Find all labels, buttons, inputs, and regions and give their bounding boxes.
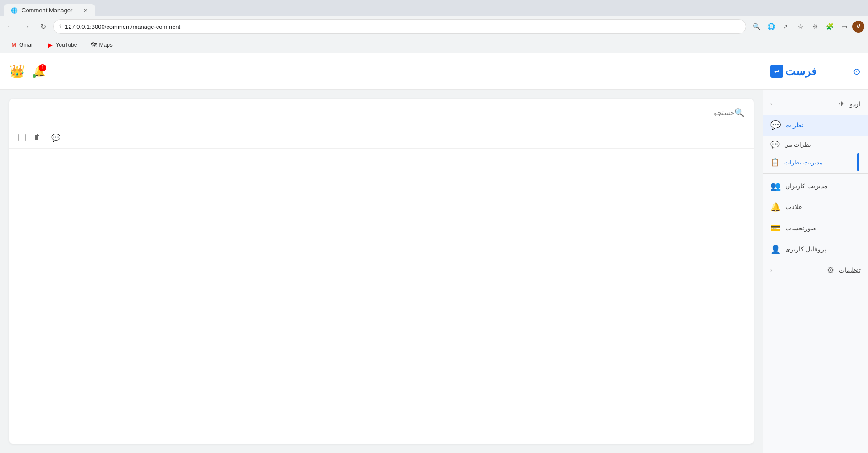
logo-icon: ↩ xyxy=(770,65,783,78)
bookmark-gmail[interactable]: M Gmail xyxy=(7,39,36,50)
tab-close-button[interactable]: ✕ xyxy=(83,7,88,14)
back-button[interactable]: ← xyxy=(4,20,16,33)
table-header: 💬 🗑 xyxy=(9,126,754,149)
bookmark-youtube-label: YouTube xyxy=(55,42,77,48)
sub-manage-comments-label: مدیریت نظرات xyxy=(784,159,823,166)
bookmarks-bar: M Gmail ▶ YouTube 🗺 Maps xyxy=(0,37,868,53)
bookmark-youtube[interactable]: ▶ YouTube xyxy=(43,39,80,50)
sidebar-header: ⊙ فرست ↩ xyxy=(763,53,868,90)
sub-nav-manage-wrapper: مدیریت نظرات 📋 xyxy=(763,153,859,171)
nav-comments-label: نظرات xyxy=(785,121,803,129)
nav-item-language[interactable]: اردو ✈ ‹ xyxy=(763,93,868,115)
gmail-favicon: M xyxy=(10,41,17,49)
invoice-icon: 💳 xyxy=(770,223,781,233)
search-input[interactable] xyxy=(18,109,734,116)
sidebar-logo: فرست ↩ xyxy=(770,65,816,78)
target-icon[interactable]: ⊙ xyxy=(853,66,861,77)
bookmark-maps-label: Maps xyxy=(99,42,113,48)
logo-text: فرست xyxy=(785,65,816,78)
bell-nav-icon: 🔔 xyxy=(770,202,781,212)
crown-icon: 👑 xyxy=(9,64,25,79)
bookmark-gmail-label: Gmail xyxy=(19,42,33,48)
active-tab[interactable]: 🌐 Comment Manager ✕ xyxy=(4,4,95,16)
sidebar-nav: اردو ✈ ‹ نظرات 💬 نظرات من 💬 xyxy=(763,90,868,284)
main-layout: 👑 🔔 1 🔍 💬 🗑 xyxy=(0,53,868,453)
main-panel: 🔍 💬 🗑 xyxy=(0,90,763,453)
tab-favicon: 🌐 xyxy=(11,7,18,14)
browser-toolbar: ← → ↻ ℹ 127.0.0.1:3000/comment/manage-co… xyxy=(0,16,868,37)
notification-button[interactable]: 🔔 1 xyxy=(31,63,47,80)
search-button[interactable]: 🔍 xyxy=(750,20,763,33)
refresh-button[interactable]: ↻ xyxy=(37,20,49,33)
sub-manage-icon: 📋 xyxy=(770,158,780,167)
sub-nav-my-comments[interactable]: نظرات من 💬 xyxy=(763,136,859,153)
extensions-button[interactable]: 🧩 xyxy=(823,20,836,33)
bookmark-maps[interactable]: 🗺 Maps xyxy=(87,39,115,50)
active-bar xyxy=(857,153,859,171)
nav-profile-label: پروفایل کاربری xyxy=(785,246,826,253)
split-button[interactable]: ▭ xyxy=(838,20,851,33)
youtube-favicon: ▶ xyxy=(46,41,54,49)
nav-language-arrow: ‹ xyxy=(770,101,772,107)
nav-item-announcements[interactable]: اعلانات 🔔 xyxy=(763,196,868,218)
delete-button[interactable]: 🗑 xyxy=(31,131,44,144)
nav-item-users[interactable]: مدیریت کاربران 👥 xyxy=(763,175,868,196)
forward-button[interactable]: → xyxy=(20,20,33,33)
bookmark-button[interactable]: ☆ xyxy=(794,20,807,33)
settings-arrow: ‹ xyxy=(770,267,772,273)
sidebar-divider-1 xyxy=(763,173,868,174)
tab-title: Comment Manager xyxy=(22,7,72,14)
sub-nav-manage-comments[interactable]: مدیریت نظرات 📋 xyxy=(763,153,859,171)
content-card: 🔍 💬 🗑 xyxy=(9,99,754,444)
plane-icon: ✈ xyxy=(838,99,845,109)
sub-nav: نظرات من 💬 مدیریت نظرات 📋 xyxy=(763,136,868,171)
nav-item-settings[interactable]: تنظیمات ⚙ ‹ xyxy=(763,260,868,281)
nav-users-label: مدیریت کاربران xyxy=(785,182,828,190)
url-text: 127.0.0.1:3000/comment/manage-comment xyxy=(65,23,740,30)
settings-nav-icon: ⚙ xyxy=(827,265,834,275)
nav-language-label: اردو xyxy=(850,100,861,108)
table-body xyxy=(9,149,754,444)
comments-icon: 💬 xyxy=(770,120,781,130)
settings-button[interactable]: ⚙ xyxy=(808,20,821,33)
online-indicator xyxy=(33,74,36,78)
nav-item-profile[interactable]: پروفایل کاربری 👤 xyxy=(763,239,868,260)
app-content: 👑 🔔 1 🔍 💬 🗑 xyxy=(0,53,763,453)
select-all-checkbox[interactable] xyxy=(18,134,26,141)
nav-item-comments[interactable]: نظرات 💬 xyxy=(763,115,868,136)
address-bar[interactable]: ℹ 127.0.0.1:3000/comment/manage-comment xyxy=(53,19,746,34)
translate-button[interactable]: 🌐 xyxy=(765,20,777,33)
profile-avatar[interactable]: V xyxy=(852,21,864,33)
browser-chrome: 🌐 Comment Manager ✕ ← → ↻ ℹ 127.0.0.1:30… xyxy=(0,0,868,53)
lock-icon: ℹ xyxy=(59,23,61,30)
browser-tabs: 🌐 Comment Manager ✕ xyxy=(0,0,868,16)
nav-announcements-label: اعلانات xyxy=(785,203,804,211)
comment-action-button[interactable]: 💬 xyxy=(49,131,62,144)
sub-my-comments-label: نظرات من xyxy=(784,141,811,148)
nav-item-invoice[interactable]: صورتحساب 💳 xyxy=(763,218,868,239)
right-sidebar: ⊙ فرست ↩ اردو ✈ ‹ نظرات 💬 xyxy=(763,53,868,453)
profile-icon: 👤 xyxy=(770,244,781,254)
sub-comment-icon: 💬 xyxy=(770,140,780,149)
nav-invoice-label: صورتحساب xyxy=(785,224,816,232)
search-icon: 🔍 xyxy=(734,108,744,118)
app-topbar: 👑 🔔 1 xyxy=(0,53,763,90)
share-button[interactable]: ↗ xyxy=(779,20,792,33)
nav-comments-section: نظرات 💬 نظرات من 💬 مدیریت نظرات 📋 xyxy=(763,115,868,171)
nav-settings-label: تنظیمات xyxy=(839,267,861,274)
maps-favicon: 🗺 xyxy=(90,41,98,49)
users-icon: 👥 xyxy=(770,181,781,191)
notification-badge: 1 xyxy=(39,64,46,71)
search-bar: 🔍 xyxy=(9,99,754,126)
toolbar-icons: 🔍 🌐 ↗ ☆ ⚙ 🧩 ▭ V xyxy=(750,20,864,33)
